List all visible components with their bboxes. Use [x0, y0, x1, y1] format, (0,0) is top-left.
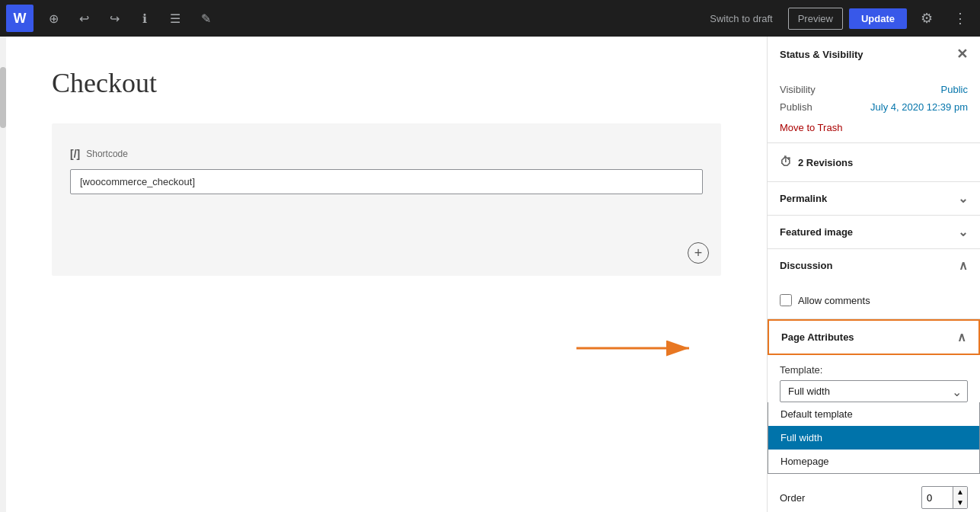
clock-icon: ⏱	[780, 155, 792, 169]
editor-scrollbar[interactable]	[0, 37, 6, 512]
revisions-section: ⏱ 2 Revisions	[768, 143, 980, 182]
status-visibility-title: Status & Visibility	[780, 49, 863, 60]
page-title[interactable]: Checkout	[52, 67, 721, 99]
page-attributes-header[interactable]: Page Attributes ∧	[768, 319, 980, 355]
editor-scrollbar-thumb[interactable]	[0, 67, 6, 128]
allow-comments-row: Allow comments	[780, 291, 968, 309]
shortcode-header: [/] Shortcode	[70, 148, 703, 160]
preview-button[interactable]: Preview	[788, 8, 843, 30]
template-dropdown-options: Default template Full width Homepage	[768, 402, 980, 474]
editor-with-scroll: Checkout [/] Shortcode +	[0, 37, 767, 512]
shortcode-input[interactable]	[70, 169, 703, 194]
edit-icon: ✎	[201, 11, 211, 26]
discussion-section: Discussion ∧ Allow comments	[768, 249, 980, 319]
permalink-label: Permalink	[780, 193, 827, 204]
shortcode-label: Shortcode	[86, 149, 128, 159]
permalink-header[interactable]: Permalink ⌄	[768, 182, 980, 215]
order-row: Order ▲ ▼	[780, 480, 968, 512]
info-button[interactable]: ℹ	[131, 5, 158, 32]
featured-image-label: Featured image	[780, 226, 853, 238]
page-attributes-body: Template: Default template Full width Ho…	[768, 355, 980, 512]
editor-area: Checkout [/] Shortcode +	[6, 37, 767, 512]
order-label: Order	[780, 492, 805, 504]
status-visibility-header: Status & Visibility ✕	[768, 37, 980, 72]
template-select[interactable]: Default template Full width Homepage	[780, 380, 968, 402]
move-to-trash-link[interactable]: Move to Trash	[780, 122, 842, 133]
template-option-default-item[interactable]: Default template	[768, 402, 979, 426]
sidebar: Status & Visibility ✕ Visibility Public …	[767, 37, 980, 512]
discussion-body: Allow comments	[768, 282, 980, 318]
allow-comments-checkbox[interactable]	[780, 294, 792, 306]
order-spinners: ▲ ▼	[953, 487, 967, 508]
visibility-row: Visibility Public	[780, 81, 968, 98]
status-visibility-section: Status & Visibility ✕ Visibility Public …	[768, 37, 980, 143]
redo-button[interactable]: ↪	[101, 5, 128, 32]
order-increment-button[interactable]: ▲	[953, 487, 967, 498]
featured-image-section: Featured image ⌄	[768, 216, 980, 249]
toolbar-right: Switch to draft Preview Update ⚙ ⋮	[701, 5, 974, 32]
discussion-header[interactable]: Discussion ∧	[768, 249, 980, 282]
visibility-value[interactable]: Public	[941, 84, 968, 95]
arrow-indicator	[576, 337, 698, 360]
revisions-header[interactable]: ⏱ 2 Revisions	[768, 143, 980, 181]
wp-logo: W	[6, 5, 34, 32]
page-attributes-label: Page Attributes	[781, 331, 854, 343]
block-area: [/] Shortcode +	[52, 123, 721, 276]
revisions-count: 2 Revisions	[798, 157, 853, 168]
featured-image-chevron-icon: ⌄	[958, 225, 968, 239]
toolbar: W ⊕ ↩ ↪ ℹ ☰ ✎ Switch to draft Preview Up…	[0, 0, 980, 37]
switch-to-draft-button[interactable]: Switch to draft	[701, 8, 781, 29]
status-visibility-body: Visibility Public Publish July 4, 2020 1…	[768, 72, 980, 142]
info-icon: ℹ	[142, 11, 147, 26]
add-icon: ⊕	[49, 11, 59, 26]
publish-label: Publish	[780, 101, 812, 113]
status-visibility-collapse-icon[interactable]: ✕	[956, 46, 968, 62]
more-options-button[interactable]: ⋮	[946, 5, 974, 32]
more-vert-icon: ⋮	[953, 10, 967, 27]
page-attributes-chevron-icon: ∧	[957, 330, 966, 344]
publish-value[interactable]: July 4, 2020 12:39 pm	[870, 101, 968, 113]
template-option-homepage-item[interactable]: Homepage	[768, 450, 979, 473]
order-input[interactable]	[922, 489, 953, 507]
settings-icon: ⚙	[921, 10, 933, 27]
add-block-toolbar-button[interactable]: ⊕	[40, 5, 67, 32]
settings-button[interactable]: ⚙	[913, 5, 940, 32]
update-button[interactable]: Update	[849, 8, 907, 29]
publish-row: Publish July 4, 2020 12:39 pm	[780, 98, 968, 116]
plus-icon: +	[694, 246, 703, 260]
shortcode-block: [/] Shortcode	[70, 142, 703, 200]
order-decrement-button[interactable]: ▼	[953, 498, 967, 508]
template-label: Template:	[780, 364, 968, 376]
add-block-button[interactable]: +	[688, 242, 709, 264]
redo-icon: ↪	[110, 11, 120, 26]
template-select-wrapper: Default template Full width Homepage ⌄	[780, 380, 968, 402]
allow-comments-label[interactable]: Allow comments	[798, 295, 870, 306]
permalink-chevron-icon: ⌄	[958, 191, 968, 206]
featured-image-header[interactable]: Featured image ⌄	[768, 216, 980, 248]
main-layout: Checkout [/] Shortcode +	[0, 37, 980, 512]
undo-icon: ↩	[79, 11, 89, 26]
list-icon: ☰	[170, 11, 180, 26]
discussion-chevron-icon: ∧	[959, 258, 968, 273]
list-view-button[interactable]: ☰	[161, 5, 189, 32]
order-input-wrapper: ▲ ▼	[921, 486, 968, 509]
shortcode-bracket-icon: [/]	[70, 148, 80, 160]
edit-button[interactable]: ✎	[192, 5, 219, 32]
visibility-label: Visibility	[780, 84, 816, 95]
discussion-label: Discussion	[780, 260, 832, 271]
undo-button[interactable]: ↩	[70, 5, 97, 32]
template-option-fullwidth-item[interactable]: Full width	[768, 426, 979, 450]
page-attributes-section: Page Attributes ∧ Template: Default temp…	[768, 319, 980, 512]
permalink-section: Permalink ⌄	[768, 182, 980, 216]
revisions-row: ⏱ 2 Revisions	[780, 152, 853, 172]
